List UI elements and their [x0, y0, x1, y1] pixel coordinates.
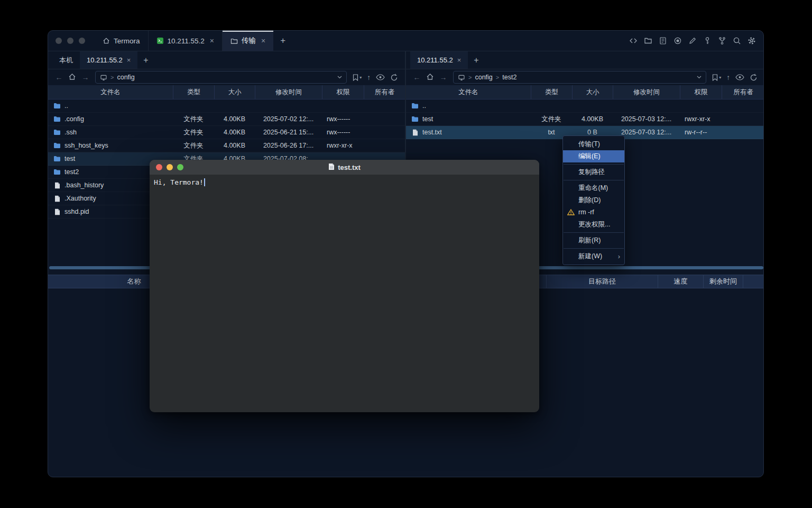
refresh-button[interactable] — [387, 74, 401, 81]
file-row[interactable]: test 文件夹 4.00KB 2025-07-03 12:... rwxr-x… — [406, 113, 764, 126]
close-tab-icon[interactable]: × — [127, 56, 131, 64]
menu-item-rm-rf[interactable]: rm -rf — [563, 206, 624, 219]
folder-icon — [53, 103, 61, 109]
close-tab-icon[interactable]: × — [210, 37, 214, 45]
close-tab-icon[interactable]: × — [261, 37, 265, 45]
column-header-owner[interactable]: 所有者 — [722, 85, 764, 99]
file-row[interactable]: .config 文件夹 4.00KB 2025-07-02 12:... rwx… — [48, 113, 405, 126]
code-icon[interactable] — [629, 37, 638, 46]
branch-icon[interactable] — [717, 37, 726, 46]
bookmark-button[interactable]: ▾ — [350, 74, 364, 81]
column-header-remaining-time[interactable]: 剩余时间 — [703, 275, 743, 288]
home-button[interactable] — [423, 73, 437, 82]
tab-local-machine[interactable]: 本机 — [52, 51, 80, 69]
file-list-icon[interactable] — [658, 37, 667, 46]
path-breadcrumb[interactable]: > config — [95, 71, 347, 84]
folder-icon — [53, 129, 61, 135]
minimize-window-button[interactable] — [167, 164, 173, 170]
parent-directory-button[interactable]: ↑ — [724, 74, 733, 81]
column-header-permissions[interactable]: 权限 — [680, 85, 722, 99]
back-button[interactable]: ← — [52, 73, 66, 81]
chevron-down-icon[interactable]: ▾ — [359, 75, 362, 80]
right-panel-toolbar: ← → > config > test2 — [406, 69, 764, 85]
folder-icon[interactable] — [643, 37, 652, 46]
menu-item-rename[interactable]: 重命名(M) — [563, 182, 624, 194]
tab-transfer[interactable]: 传输 × — [222, 31, 273, 51]
editor-text: Hi, Termora! — [154, 178, 204, 186]
menu-item-edit[interactable]: 编辑(E) — [563, 150, 624, 162]
column-header-size[interactable]: 大小 — [572, 85, 613, 99]
editor-titlebar[interactable]: test.txt — [150, 160, 539, 175]
folder-icon — [411, 116, 419, 122]
breadcrumb-segment[interactable]: config — [117, 74, 134, 81]
gear-icon[interactable] — [747, 37, 756, 46]
menu-item-refresh[interactable]: 刷新(R) — [563, 234, 624, 247]
new-panel-tab-button[interactable]: + — [468, 51, 484, 69]
editor-title: test.txt — [338, 164, 361, 171]
path-breadcrumb[interactable]: > config > test2 — [453, 71, 706, 84]
folder-icon — [53, 116, 61, 122]
file-name: .. — [422, 102, 426, 110]
column-header-type[interactable]: 类型 — [531, 85, 572, 99]
file-name: .ssh — [64, 129, 77, 136]
column-header-name[interactable]: 文件名 — [406, 85, 531, 99]
tab-host-10-211-55-2[interactable]: 10.211.55.2 × — [80, 51, 137, 69]
tab-host-10-211-55-2[interactable]: 10.211.55.2 × — [410, 51, 468, 69]
column-header-speed[interactable]: 速度 — [658, 275, 703, 288]
maximize-window-button[interactable] — [177, 164, 183, 170]
column-header-destination[interactable]: 目标路径 — [546, 275, 658, 288]
record-icon[interactable] — [673, 37, 682, 46]
column-header-modified[interactable]: 修改时间 — [255, 85, 322, 99]
pencil-icon[interactable] — [688, 37, 697, 46]
file-row[interactable]: ssh_host_keys 文件夹 4.00KB 2025-06-26 17:.… — [48, 139, 405, 152]
close-window-button[interactable] — [56, 38, 62, 44]
menu-item-copy-path[interactable]: 复制路径 — [563, 166, 624, 178]
column-header-size[interactable]: 大小 — [214, 85, 255, 99]
forward-button[interactable]: → — [437, 73, 450, 81]
new-tab-button[interactable]: + — [273, 31, 292, 51]
home-button[interactable] — [66, 73, 79, 82]
breadcrumb-segment[interactable]: config — [475, 74, 492, 81]
show-hidden-files-button[interactable] — [373, 74, 387, 80]
column-header-type[interactable]: 类型 — [173, 85, 214, 99]
breadcrumb-segment[interactable]: test2 — [502, 74, 516, 81]
menu-item-change-permissions[interactable]: 更改权限... — [563, 219, 624, 231]
editor-content[interactable]: Hi, Termora! — [150, 175, 539, 189]
menu-item-new[interactable]: 新建(W) › — [563, 250, 624, 262]
computer-icon — [458, 75, 465, 80]
file-name: .bash_history — [64, 182, 104, 189]
chevron-down-icon[interactable]: ▾ — [719, 75, 721, 80]
column-header-owner[interactable]: 所有者 — [364, 85, 405, 99]
file-icon — [53, 208, 61, 215]
chevron-down-icon[interactable] — [697, 76, 702, 79]
left-panel-toolbar: ← → > config — [48, 69, 405, 85]
window-controls[interactable] — [48, 31, 95, 51]
menu-item-transfer[interactable]: 传输(T) — [563, 138, 624, 150]
file-row[interactable]: .ssh 文件夹 4.00KB 2025-06-21 15:... rwx---… — [48, 126, 405, 139]
maximize-window-button[interactable] — [79, 38, 85, 44]
key-icon[interactable] — [703, 37, 712, 46]
forward-button[interactable]: → — [79, 73, 92, 81]
column-header-modified[interactable]: 修改时间 — [613, 85, 680, 99]
chevron-down-icon[interactable] — [337, 76, 342, 79]
file-modified: 2025-07-02 12:... — [255, 115, 322, 123]
tab-termora[interactable]: Termora — [95, 31, 148, 51]
parent-directory-button[interactable]: ↑ — [364, 74, 373, 81]
editor-window: test.txt Hi, Termora! — [150, 160, 539, 412]
column-header-permissions[interactable]: 权限 — [322, 85, 364, 99]
close-tab-icon[interactable]: × — [457, 56, 462, 64]
column-header-name[interactable]: 文件名 — [48, 85, 173, 99]
breadcrumb-separator: > — [496, 74, 499, 80]
refresh-button[interactable] — [747, 74, 760, 81]
tab-host-10-211-55-2[interactable]: 10.211.55.2 × — [148, 31, 223, 51]
close-window-button[interactable] — [156, 164, 162, 170]
file-row[interactable]: .. — [406, 99, 764, 113]
search-icon[interactable] — [732, 37, 741, 46]
file-row[interactable]: .. — [48, 99, 405, 113]
bookmark-button[interactable]: ▾ — [709, 74, 724, 81]
menu-item-delete[interactable]: 删除(D) — [563, 194, 624, 206]
show-hidden-files-button[interactable] — [733, 74, 747, 80]
back-button[interactable]: ← — [410, 73, 423, 81]
new-panel-tab-button[interactable]: + — [137, 51, 154, 69]
minimize-window-button[interactable] — [67, 38, 73, 44]
